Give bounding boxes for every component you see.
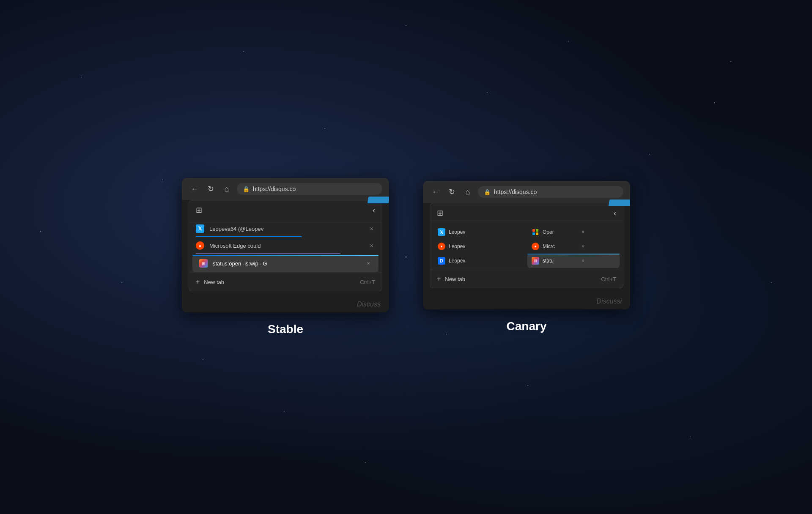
tab-title: Micrc bbox=[543, 243, 576, 249]
tab-grid-icon[interactable]: ⊞ bbox=[196, 205, 202, 215]
tab-item[interactable]: 𝕏 Leopeva64 (@Leopev × bbox=[189, 220, 382, 237]
stable-tab-dropdown: ⊞ ‹ 𝕏 Leopeva64 (@Leopev × ● Microsoft E… bbox=[189, 200, 382, 291]
github-favicon: ⊞ bbox=[532, 257, 539, 265]
canary-panel: ← ↻ ⌂ 🔒 https://disqus.co ⊞ ‹ 𝕏 bbox=[423, 181, 630, 333]
new-tab-left: + New tab bbox=[437, 275, 465, 283]
lock-icon: 🔒 bbox=[484, 189, 491, 195]
stable-url-text: https://disqus.co bbox=[253, 186, 296, 192]
disqus-text: Discussi bbox=[596, 298, 622, 305]
tab-title: Oper bbox=[543, 229, 576, 235]
new-tab-label: New tab bbox=[445, 276, 465, 282]
home-button[interactable]: ⌂ bbox=[462, 186, 474, 198]
new-tab-shortcut: Ctrl+T bbox=[360, 279, 375, 285]
tab-grid-item[interactable]: ● Micrc × bbox=[527, 239, 620, 254]
daybook-favicon: D bbox=[438, 257, 445, 265]
back-button[interactable]: ← bbox=[430, 186, 442, 198]
stable-browser-window: ← ↻ ⌂ 🔒 https://disqus.co ⊞ ‹ 𝕏 Leopeva6… bbox=[182, 178, 389, 312]
tab-title: status:open -is:wip · G bbox=[213, 260, 360, 267]
tab-close-button[interactable]: × bbox=[580, 243, 586, 250]
new-tab-row[interactable]: + New tab Ctrl+T bbox=[430, 270, 623, 288]
plus-icon: + bbox=[196, 278, 200, 286]
reddit-favicon: ● bbox=[532, 243, 539, 250]
disqus-text: Discuss bbox=[357, 301, 381, 308]
canary-tab-dropdown: ⊞ ‹ 𝕏 Leopev bbox=[430, 203, 623, 288]
tab-title: Leopev bbox=[449, 229, 483, 235]
github-favicon: ⊞ bbox=[199, 259, 208, 268]
canary-url-text: https://disqus.co bbox=[494, 189, 537, 195]
refresh-button[interactable]: ↻ bbox=[446, 186, 458, 198]
tab-title: statu bbox=[543, 258, 576, 264]
reddit-favicon: ● bbox=[438, 243, 445, 250]
canary-dropdown-header: ⊞ ‹ bbox=[430, 203, 623, 223]
refresh-button[interactable]: ↻ bbox=[205, 183, 217, 195]
tab-title: Microsoft Edge could bbox=[209, 243, 363, 249]
stable-address-bar[interactable]: 🔒 https://disqus.co bbox=[237, 183, 382, 195]
tab-title: Leopev bbox=[449, 258, 483, 264]
tab-grid-item[interactable]: 𝕏 Leopev bbox=[433, 225, 526, 239]
stable-dropdown-header: ⊞ ‹ bbox=[189, 200, 382, 220]
plus-icon: + bbox=[437, 275, 441, 283]
twitter-favicon: 𝕏 bbox=[438, 228, 445, 236]
collapse-panel-button[interactable]: ‹ bbox=[614, 209, 616, 218]
canary-browser-window: ← ↻ ⌂ 🔒 https://disqus.co ⊞ ‹ 𝕏 bbox=[423, 181, 630, 309]
stable-panel: ← ↻ ⌂ 🔒 https://disqus.co ⊞ ‹ 𝕏 Leopeva6… bbox=[182, 178, 389, 336]
new-tab-row[interactable]: + New tab Ctrl+T bbox=[189, 273, 382, 291]
stable-label: Stable bbox=[268, 323, 303, 336]
tab-title: Leopeva64 (@Leopev bbox=[209, 226, 363, 232]
tab-title: Leopev bbox=[449, 243, 483, 249]
tab-item-active[interactable]: ⊞ status:open -is:wip · G × bbox=[192, 255, 379, 272]
home-button[interactable]: ⌂ bbox=[221, 183, 233, 195]
tab-item[interactable]: ● Microsoft Edge could × bbox=[189, 237, 382, 254]
new-tab-label: New tab bbox=[204, 279, 224, 285]
tab-grid-icon[interactable]: ⊞ bbox=[437, 208, 443, 218]
new-tab-shortcut: Ctrl+T bbox=[601, 276, 616, 282]
stable-toolbar: ← ↻ ⌂ 🔒 https://disqus.co bbox=[182, 178, 389, 200]
twitter-favicon: 𝕏 bbox=[196, 224, 204, 233]
tab-close-button[interactable]: × bbox=[580, 257, 586, 265]
canary-toolbar: ← ↻ ⌂ 🔒 https://disqus.co bbox=[423, 181, 630, 203]
windows-favicon bbox=[532, 228, 539, 236]
tab-grid-item[interactable]: ● Leopev bbox=[433, 239, 526, 254]
back-button[interactable]: ← bbox=[189, 183, 200, 195]
collapse-panel-button[interactable]: ‹ bbox=[373, 206, 375, 215]
tab-close-button[interactable]: × bbox=[365, 259, 372, 268]
canary-label: Canary bbox=[507, 320, 547, 333]
tab-grid-item[interactable]: Oper × bbox=[527, 225, 620, 239]
reddit-favicon: ● bbox=[196, 241, 204, 250]
tab-close-button[interactable]: × bbox=[368, 224, 375, 233]
tab-grid-item[interactable]: D Leopev bbox=[433, 254, 526, 268]
lock-icon: 🔒 bbox=[243, 186, 250, 192]
canary-address-bar[interactable]: 🔒 https://disqus.co bbox=[478, 186, 623, 198]
tab-grid-item-active[interactable]: ⊞ statu × bbox=[527, 254, 620, 268]
tab-close-button[interactable]: × bbox=[368, 241, 375, 250]
new-tab-left: + New tab bbox=[196, 278, 224, 286]
tab-close-button[interactable]: × bbox=[580, 228, 586, 236]
